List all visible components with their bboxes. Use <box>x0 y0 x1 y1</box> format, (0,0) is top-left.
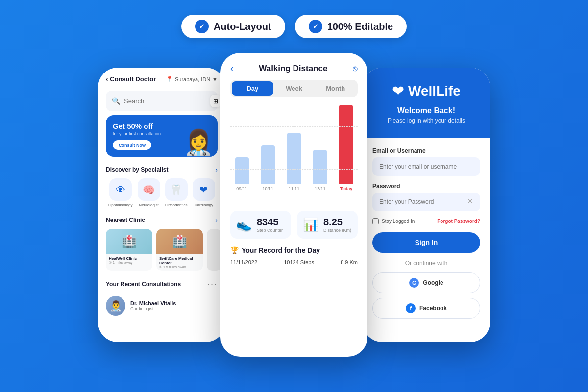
distance-value: 8.25 <box>323 217 351 228</box>
clinic-info-1: HealWell Clinic ① 1 miles away <box>106 254 152 267</box>
location-badge[interactable]: 📍 Surabaya, IDN ▼ <box>166 76 218 82</box>
stat-steps: 👟 8345 Step Counter <box>230 211 291 239</box>
back-button[interactable]: ‹ Consult Doctor <box>106 75 156 83</box>
chart-line-4 <box>230 169 358 170</box>
email-label: Email or Username <box>372 147 480 154</box>
clinic-card-1[interactable]: 🏥 HealWell Clinic ① 1 miles away <box>106 229 152 271</box>
record-section: 🏆 Your Record for the Day 11/11/2022 101… <box>220 246 368 265</box>
clinics-title: Nearest Clinic <box>106 217 145 223</box>
cardiology-label: Cardiology <box>193 203 215 207</box>
tab-month[interactable]: Month <box>315 81 356 96</box>
phones-container: ‹ Consult Doctor 📍 Surabaya, IDN ▼ 🔍 ⊞ G… <box>0 38 588 357</box>
remember-left: Stay Logged In <box>372 218 415 224</box>
clinics-section-header: Nearest Clinic › <box>98 211 225 227</box>
chart-line-1 <box>230 105 358 105</box>
sign-in-button[interactable]: Sign In <box>372 232 480 253</box>
more-options-button[interactable]: ··· <box>207 279 218 289</box>
promo-subtitle: for your first consultation <box>113 131 161 136</box>
distance-icon: 📊 <box>303 217 318 232</box>
forgot-password-link[interactable]: Forgot Password? <box>437 219 480 224</box>
dropdown-icon: ▼ <box>212 76 218 82</box>
doctor-avatar: 👨‍⚕️ <box>106 296 125 316</box>
email-input[interactable] <box>372 157 480 176</box>
clinic-info-2: SwiftCare Medical Center ① 1.5 miles awa… <box>156 254 203 271</box>
orthodontics-icon: 🦷 <box>165 178 188 201</box>
steps-info: 8345 Step Counter <box>257 217 283 233</box>
clinics-list: 🏥 HealWell Clinic ① 1 miles away 🏥 Swift… <box>98 227 225 275</box>
cardiology-icon: ❤ <box>193 178 215 201</box>
recent-title: Your Recent Consultations <box>106 281 181 288</box>
recent-section: Your Recent Consultations ··· 👨‍⚕️ Dr. M… <box>98 275 225 322</box>
search-input[interactable] <box>124 98 206 105</box>
remember-row: Stay Logged In Forgot Password? <box>372 218 480 224</box>
clinic-card-2[interactable]: 🏥 SwiftCare Medical Center ① 1.5 miles a… <box>156 229 203 271</box>
consult-button[interactable]: Consult Now <box>113 140 151 150</box>
trophy-icon: 🏆 <box>230 246 239 254</box>
location-text: Surabaya, IDN <box>175 76 210 82</box>
clinic-image-1: 🏥 <box>106 229 152 254</box>
distance-info: 8.25 Distance (Km) <box>323 217 351 233</box>
chart-title: Walking Distance <box>234 64 353 74</box>
password-input[interactable] <box>372 193 480 211</box>
editable-badge: ✓ 100% Editable <box>295 15 407 38</box>
password-input-wrap: 👁 <box>372 193 480 211</box>
share-button[interactable]: ⎋ <box>353 64 358 73</box>
stat-distance: 📊 8.25 Distance (Km) <box>297 211 358 239</box>
email-input-wrap <box>372 157 480 176</box>
specialists-section-header: Discover by Specialist › <box>98 161 225 176</box>
search-bar[interactable]: 🔍 ⊞ <box>106 91 218 111</box>
record-distance: 8.9 Km <box>341 259 358 265</box>
steps-label: Step Counter <box>257 228 283 233</box>
tab-week[interactable]: Week <box>273 81 315 96</box>
chart-line-3 <box>230 148 358 148</box>
specialist-cardiology[interactable]: ❤ Cardiology <box>193 178 215 207</box>
neurologist-label: Neurologist <box>138 203 160 207</box>
promo-text: Get 50% off for your first consultation … <box>113 122 161 150</box>
clinic-card-3[interactable] <box>207 229 221 271</box>
doctor-illustration: 👩‍⚕️ <box>183 128 214 157</box>
record-row: 11/11/2022 10124 Steps 8.9 Km <box>230 259 358 265</box>
specialists-list: 👁 Ophtalmology 🧠 Neurologist 🦷 Orthodont… <box>98 176 225 211</box>
specialist-ophtalmology[interactable]: 👁 Ophtalmology <box>108 178 132 207</box>
stay-logged-checkbox[interactable] <box>372 218 379 224</box>
record-steps: 10124 Steps <box>284 259 314 265</box>
facebook-icon: f <box>406 303 416 313</box>
stats-row: 👟 8345 Step Counter 📊 8.25 Distance (Km) <box>220 203 368 246</box>
check-icon-1: ✓ <box>195 20 209 33</box>
right-phone: ❤ WellLife Welcome Back! Please log in w… <box>363 68 490 342</box>
filter-icon: ⊞ <box>213 98 218 105</box>
tab-bar: Day Week Month <box>230 80 358 97</box>
left-phone: ‹ Consult Doctor 📍 Surabaya, IDN ▼ 🔍 ⊞ G… <box>98 68 225 342</box>
ophtalmology-icon: 👁 <box>109 178 132 201</box>
doctor-specialty: Cardiologist <box>130 306 176 311</box>
toggle-password-icon[interactable]: 👁 <box>466 197 474 206</box>
google-login-button[interactable]: G Google <box>372 272 480 293</box>
or-text: Or continue with <box>372 260 480 267</box>
brand-name: WellLife <box>408 83 461 99</box>
facebook-login-button[interactable]: f Facebook <box>372 298 480 318</box>
doctor-row[interactable]: 👨‍⚕️ Dr. Michael Vitalis Cardiologist <box>106 293 218 318</box>
check-icon-2: ✓ <box>309 20 322 33</box>
promo-title: Get 50% off <box>113 122 161 130</box>
chart-lines <box>230 105 358 191</box>
google-label: Google <box>423 279 443 286</box>
record-date: 11/11/2022 <box>230 259 257 265</box>
specialists-see-all[interactable]: › <box>215 166 218 173</box>
brand-logo: ❤ WellLife <box>374 82 478 99</box>
specialist-neurologist[interactable]: 🧠 Neurologist <box>138 178 160 207</box>
tab-day[interactable]: Day <box>232 81 273 96</box>
password-label: Password <box>372 183 480 190</box>
promo-banner: Get 50% off for your first consultation … <box>106 115 218 157</box>
specialist-orthodontics[interactable]: 🦷 Orthodontics <box>165 178 188 207</box>
stay-logged-label: Stay Logged In <box>382 219 415 224</box>
auto-layout-label: Auto-Layout <box>214 21 271 32</box>
clinics-see-all[interactable]: › <box>215 216 218 224</box>
top-badges: ✓ Auto-Layout ✓ 100% Editable <box>0 0 588 38</box>
location-pin-icon: 📍 <box>166 76 173 82</box>
back-nav-button[interactable]: ‹ <box>230 63 234 74</box>
brand-icon: ❤ <box>392 82 404 99</box>
filter-button[interactable]: ⊞ <box>210 95 221 107</box>
editable-label: 100% Editable <box>327 21 393 32</box>
welcome-subtitle: Please log in with your details <box>374 117 478 124</box>
specialists-title: Discover by Specialist <box>106 166 168 173</box>
